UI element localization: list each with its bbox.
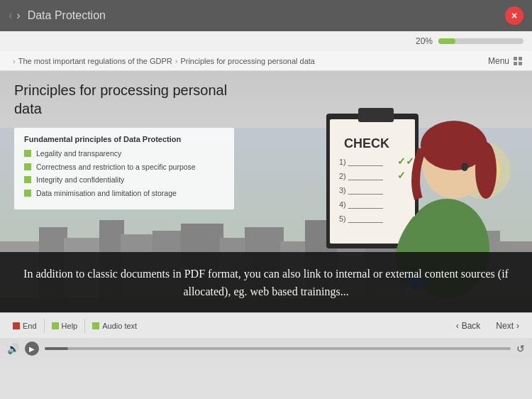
slide-title: Principles for processing personal data	[14, 81, 234, 118]
grid-icon[interactable]	[514, 57, 522, 65]
help-label: Help	[62, 322, 78, 330]
breadcrumb-item2[interactable]: Principles for processing personal data	[180, 57, 315, 65]
progress-label: 20%	[416, 36, 433, 46]
back-button[interactable]: ‹ Back	[450, 321, 487, 331]
breadcrumb-chevron2: ›	[175, 57, 178, 65]
main-content: CHECK 1) ________ 2) ________ 3) _______…	[0, 71, 532, 312]
end-icon	[13, 322, 20, 329]
end-label: End	[23, 322, 37, 330]
end-button[interactable]: End	[7, 313, 43, 338]
audio-bar: 🔊 ▶ ↺	[0, 338, 532, 359]
next-button[interactable]: Next ›	[490, 321, 525, 331]
next-label: Next	[496, 321, 514, 331]
separator1	[44, 319, 45, 333]
volume-icon[interactable]: 🔊	[7, 343, 19, 354]
audio-label: Audio text	[102, 322, 137, 330]
close-button[interactable]: ×	[505, 6, 523, 25]
principles-heading: Fundamental principles of Data Protectio…	[24, 135, 224, 143]
next-arrow[interactable]: ›	[16, 9, 20, 22]
principle-item: Data minimisation and limitation of stor…	[24, 189, 224, 199]
principles-box: Fundamental principles of Data Protectio…	[14, 128, 234, 209]
speech-bubble: In addition to classic documents in PDF …	[0, 252, 532, 312]
separator2	[84, 319, 85, 333]
principle-item: Correctness and restriction to a specifi…	[24, 163, 224, 173]
refresh-icon[interactable]: ↺	[516, 343, 525, 354]
page-title: Data Protection	[28, 9, 106, 22]
audio-button[interactable]: Audio text	[87, 313, 143, 338]
help-button[interactable]: Help	[46, 313, 84, 338]
svg-point-35	[475, 142, 497, 199]
top-bar: ‹ › Data Protection ×	[0, 0, 532, 31]
progress-bar	[438, 38, 523, 44]
content-text: Principles for processing personal data …	[14, 81, 234, 209]
progress-container: 20%	[0, 31, 532, 51]
play-button[interactable]: ▶	[25, 341, 39, 356]
back-label: Back	[462, 321, 481, 331]
principle-bullet	[24, 190, 31, 197]
seek-progress	[45, 347, 68, 350]
principle-bullet	[24, 176, 31, 183]
speech-bubble-text: In addition to classic documents in PDF …	[21, 265, 511, 301]
principle-item: Legality and transparency	[24, 149, 224, 159]
audio-icon	[92, 322, 99, 329]
progress-bar-fill	[438, 38, 455, 44]
bottom-toolbar: End Help Audio text ‹ Back Next ›	[0, 312, 532, 338]
breadcrumb-bar: › The most important regulations of the …	[0, 51, 532, 71]
help-icon	[52, 322, 59, 329]
toolbar-right: ‹ Back Next ›	[450, 321, 525, 331]
next-arrow-icon: ›	[516, 321, 519, 331]
nav-arrows: ‹ ›	[9, 9, 21, 22]
back-arrow-icon: ‹	[456, 321, 459, 331]
prev-arrow[interactable]: ‹	[9, 9, 12, 22]
principle-item: Integrity and confidentiality	[24, 175, 224, 185]
principle-bullet	[24, 163, 31, 170]
breadcrumb-chevron1: ›	[13, 57, 16, 65]
principle-bullet	[24, 150, 31, 157]
menu-button[interactable]: Menu	[488, 56, 509, 66]
breadcrumb-item1[interactable]: The most important regulations of the GD…	[18, 57, 172, 65]
menu-area: Menu	[488, 56, 522, 66]
principles-list: Legality and transparencyCorrectness and…	[24, 149, 224, 199]
seek-bar[interactable]	[45, 347, 511, 350]
svg-point-36	[461, 163, 468, 171]
